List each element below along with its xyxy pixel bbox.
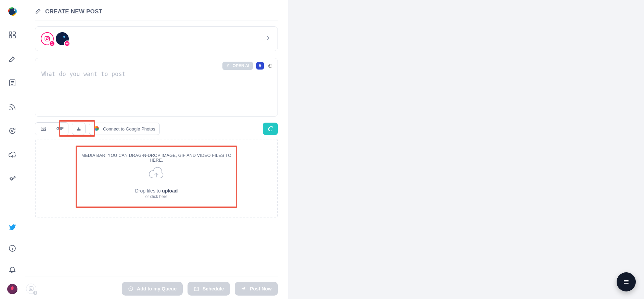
- account-2[interactable]: [56, 32, 69, 45]
- svg-rect-15: [66, 42, 68, 45]
- svg-point-16: [66, 43, 67, 44]
- hashtag-button[interactable]: #: [256, 62, 264, 70]
- svg-point-9: [11, 178, 13, 180]
- nav-cloud-download[interactable]: [5, 148, 19, 162]
- svg-point-18: [42, 128, 43, 129]
- post-now-label: Post Now: [250, 286, 272, 291]
- footer-bar: 1 Add to my Queue Schedule Post Now: [25, 276, 278, 299]
- svg-rect-4: [9, 36, 12, 38]
- page-title: CREATE NEW POST: [45, 8, 102, 15]
- chevron-right-icon: [265, 34, 272, 43]
- dropzone-title: MEDIA BAR: YOU CAN DRAG-N-DROP IMAGE, GI…: [81, 153, 232, 163]
- google-photos-icon: [93, 125, 100, 133]
- nav-dashboard[interactable]: [5, 28, 19, 42]
- tab-image[interactable]: [35, 123, 52, 135]
- tab-gif[interactable]: GIF: [52, 123, 68, 135]
- nav-rss[interactable]: [5, 100, 19, 114]
- schedule-label: Schedule: [203, 286, 224, 291]
- svg-point-14: [48, 37, 49, 38]
- dropzone-line: Drop files to upload: [81, 188, 232, 194]
- nav-info[interactable]: [5, 241, 19, 255]
- canva-glyph: C: [268, 125, 272, 133]
- media-library-button[interactable]: [72, 123, 86, 135]
- nav-group-bottom: [5, 220, 19, 299]
- openai-button[interactable]: OPEN AI: [222, 62, 253, 70]
- instagram-badge-icon: [64, 40, 70, 47]
- page-title-row: CREATE NEW POST: [35, 8, 278, 21]
- highlight-ring-dropzone: MEDIA BAR: YOU CAN DRAG-N-DROP IMAGE, GI…: [76, 146, 237, 208]
- google-photos-button[interactable]: Connect to Google Photos: [89, 123, 160, 135]
- svg-rect-22: [194, 287, 198, 291]
- nav-notifications[interactable]: [5, 263, 19, 276]
- composer-tools: OPEN AI # ☺: [222, 62, 273, 70]
- sidebar: [0, 0, 25, 299]
- dropzone-subline: or click here: [81, 194, 232, 199]
- nav-twitter[interactable]: [5, 220, 19, 234]
- google-photos-label: Connect to Google Photos: [103, 126, 155, 132]
- openai-label: OPEN AI: [233, 63, 249, 68]
- preview-panel: [288, 0, 644, 299]
- emoji-button[interactable]: ☺: [267, 63, 273, 69]
- dropzone-line-strong: upload: [162, 188, 178, 194]
- nav-recycle[interactable]: [5, 124, 19, 138]
- account-2-dot: [63, 36, 65, 38]
- help-fab[interactable]: [617, 272, 636, 291]
- instagram-icon: [44, 36, 50, 42]
- svg-point-10: [14, 177, 15, 178]
- svg-rect-5: [13, 36, 15, 38]
- svg-rect-12: [45, 36, 50, 41]
- footer-account-badge: 1: [33, 290, 38, 296]
- post-now-button[interactable]: Post Now: [235, 282, 278, 296]
- svg-point-13: [46, 38, 48, 40]
- svg-rect-2: [9, 32, 12, 34]
- nav-article[interactable]: [5, 76, 19, 90]
- svg-point-8: [12, 130, 13, 132]
- schedule-button[interactable]: Schedule: [188, 282, 230, 296]
- account-1[interactable]: 1: [41, 32, 54, 45]
- add-to-queue-label: Add to my Queue: [137, 286, 177, 291]
- nav-group-top: [5, 28, 19, 186]
- add-to-queue-button[interactable]: Add to my Queue: [122, 282, 183, 296]
- gif-label: GIF: [56, 126, 64, 131]
- nav-user-avatar[interactable]: [7, 284, 17, 294]
- cloud-upload-icon: [81, 167, 232, 182]
- compose-icon: [35, 8, 42, 16]
- composer-card: OPEN AI # ☺: [35, 58, 278, 117]
- svg-point-7: [9, 109, 10, 110]
- media-toggle-group: GIF: [35, 122, 68, 135]
- account-stack: 1: [41, 32, 69, 45]
- media-dropzone[interactable]: MEDIA BAR: YOU CAN DRAG-N-DROP IMAGE, GI…: [35, 139, 278, 217]
- svg-point-20: [30, 288, 32, 289]
- canva-button[interactable]: C: [263, 123, 278, 135]
- app-logo: [6, 5, 18, 18]
- footer-account-chip[interactable]: 1: [26, 284, 36, 294]
- account-1-badge: 1: [49, 40, 55, 47]
- dropzone-line-prefix: Drop files to: [135, 188, 162, 194]
- accounts-selector[interactable]: 1: [35, 26, 278, 51]
- svg-rect-19: [29, 287, 33, 291]
- nav-compose[interactable]: [5, 52, 19, 66]
- nav-settings[interactable]: [5, 172, 19, 186]
- media-toolbar: GIF Connect to Google Photos C: [35, 122, 278, 135]
- svg-rect-3: [13, 32, 15, 34]
- main-column: CREATE NEW POST 1 OPE: [25, 0, 288, 299]
